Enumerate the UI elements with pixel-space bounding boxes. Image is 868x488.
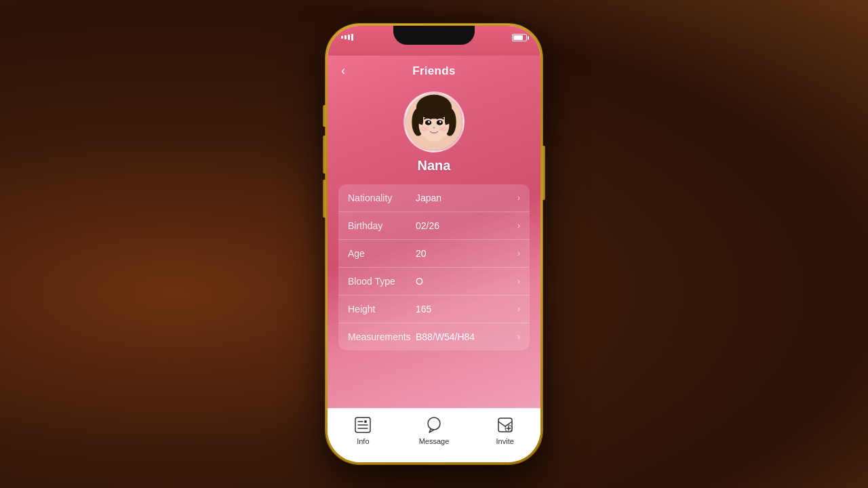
signal-bar-2 [344,35,347,39]
signal-strength [341,34,353,41]
svg-point-10 [433,127,435,129]
svg-point-15 [364,420,367,423]
label-nationality: Nationality [348,192,416,203]
label-birthday: Birthday [348,220,416,231]
value-blood-type: O [416,276,515,287]
tab-message[interactable]: Message [399,415,470,445]
info-row-height[interactable]: Height 165 › [338,296,530,323]
tab-message-label: Message [419,437,450,445]
value-measurements: B88/W54/H84 [416,331,515,342]
page-title: Friends [412,64,456,78]
label-age: Age [348,248,416,259]
chevron-measurements: › [517,332,520,342]
label-blood-type: Blood Type [348,276,416,287]
notch [393,26,475,45]
value-nationality: Japan [416,192,515,203]
info-row-age[interactable]: Age 20 › [338,240,530,268]
svg-point-8 [428,121,430,123]
chevron-age: › [517,249,520,258]
svg-point-12 [439,127,448,131]
message-icon [425,415,443,434]
app-content: ‹ Friends [328,56,540,408]
value-height: 165 [416,304,515,314]
avatar-section: Nana [328,83,540,179]
svg-point-11 [420,127,429,131]
svg-point-9 [439,121,441,123]
info-row-nationality[interactable]: Nationality Japan › [338,184,530,212]
battery-fill [513,35,523,40]
label-height: Height [348,304,416,314]
invite-icon [496,415,515,434]
tab-info[interactable]: Info [328,415,399,445]
back-button[interactable]: ‹ [338,61,348,81]
power-button[interactable] [542,146,545,200]
battery-indicator [512,34,527,41]
info-icon [353,415,372,434]
chevron-blood-type: › [517,277,520,286]
chevron-height: › [517,304,520,314]
status-bar [328,26,540,56]
phone-screen: ‹ Friends [328,26,540,462]
svg-point-18 [428,418,440,430]
value-birthday: 02/26 [416,220,515,231]
avatar-image [406,94,462,150]
info-row-birthday[interactable]: Birthday 02/26 › [338,212,530,240]
tab-info-label: Info [357,437,369,445]
tab-invite-label: Invite [496,437,514,445]
chevron-birthday: › [517,221,520,230]
signal-bar-1 [341,36,343,39]
label-measurements: Measurements [348,331,416,342]
character-name: Nana [418,158,451,174]
signal-bar-4 [351,34,353,41]
volume-silent-button[interactable] [323,105,326,127]
tab-invite[interactable]: Invite [469,415,540,445]
info-row-blood-type[interactable]: Blood Type O › [338,268,530,296]
phone-device: ‹ Friends [326,24,542,464]
volume-up-button[interactable] [323,136,326,174]
avatar [403,92,465,152]
header: ‹ Friends [328,56,540,83]
phone-frame: ‹ Friends [326,24,542,464]
chevron-nationality: › [517,193,520,203]
info-section: Nationality Japan › Birthday 02/26 › Age… [338,184,530,350]
value-age: 20 [416,248,515,259]
info-row-measurements[interactable]: Measurements B88/W54/H84 › [338,323,530,350]
signal-bar-3 [348,35,350,40]
tab-bar: Info Message [328,408,540,462]
volume-down-button[interactable] [323,180,326,218]
